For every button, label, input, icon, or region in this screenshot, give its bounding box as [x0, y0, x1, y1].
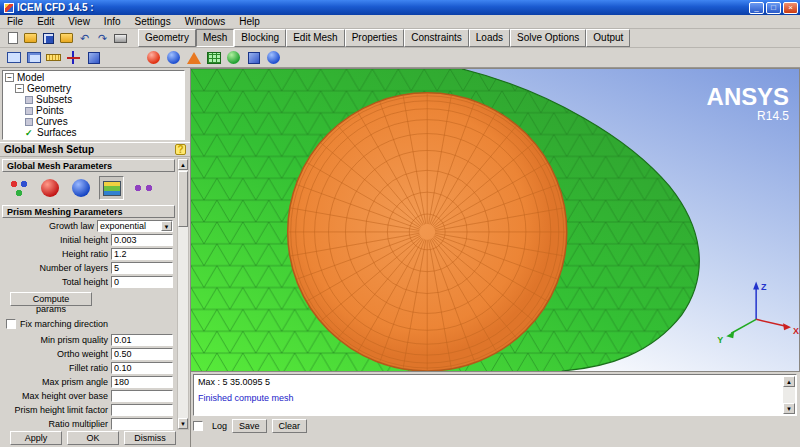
prism-meshing-params-icon[interactable] — [99, 176, 124, 200]
tab-loads[interactable]: Loads — [469, 29, 510, 47]
ratio-multiplier-input[interactable] — [111, 418, 173, 430]
scroll-thumb[interactable] — [178, 171, 188, 227]
menu-edit[interactable]: Edit — [30, 15, 61, 28]
scroll-down-icon[interactable]: ▼ — [178, 418, 188, 429]
scroll-up-icon[interactable]: ▲ — [178, 159, 188, 170]
dropdown-arrow-icon[interactable]: ▼ — [161, 221, 172, 231]
tab-properties[interactable]: Properties — [345, 29, 405, 47]
tree-item-model[interactable]: Model — [17, 72, 44, 83]
height-ratio-input[interactable] — [111, 248, 173, 260]
tab-mesh[interactable]: Mesh — [196, 29, 234, 47]
apply-button[interactable]: Apply — [10, 431, 62, 445]
dismiss-button[interactable]: Dismiss — [124, 431, 176, 445]
tree-item-geometry[interactable]: Geometry — [27, 83, 71, 94]
menu-windows[interactable]: Windows — [178, 15, 233, 28]
help-icon[interactable]: ? — [175, 144, 186, 155]
console-line-status: Finished compute mesh — [198, 393, 780, 403]
local-coords-icon[interactable] — [64, 49, 83, 67]
tab-edit-mesh[interactable]: Edit Mesh — [286, 29, 344, 47]
fit-view-icon[interactable] — [4, 49, 23, 67]
periodicity-icon[interactable] — [130, 176, 155, 200]
max-prism-angle-input[interactable] — [111, 376, 173, 388]
shell-meshing-params-icon[interactable] — [37, 176, 62, 200]
fix-marching-checkbox[interactable] — [6, 319, 16, 329]
tab-geometry[interactable]: Geometry — [138, 29, 196, 47]
fillet-ratio-label: Fillet ratio — [0, 363, 108, 373]
log-checkbox[interactable] — [193, 421, 203, 431]
menu-view[interactable]: View — [61, 15, 97, 28]
tab-constraints[interactable]: Constraints — [404, 29, 469, 47]
blocking-display-icon[interactable] — [244, 49, 263, 67]
tree-item-curves[interactable]: Curves — [36, 116, 68, 127]
compute-params-button[interactable]: Compute params — [10, 292, 92, 306]
console-controls: Log Save Clear — [193, 419, 307, 433]
title-bar: ICEM CFD 14.5 : _ □ × — [0, 0, 800, 15]
surface-display-icon[interactable] — [184, 49, 203, 67]
viewport-canvas[interactable]: ANSYS R14.5 Z X Y — [190, 68, 800, 372]
clear-button[interactable]: Clear — [272, 419, 308, 433]
surfaces-check-icon[interactable]: ✓ — [25, 128, 35, 138]
open-project-icon[interactable] — [22, 30, 39, 46]
tab-output[interactable]: Output — [586, 29, 630, 47]
window-title: ICEM CFD 14.5 : — [17, 2, 747, 13]
save-project-icon[interactable] — [40, 30, 57, 46]
tab-blocking[interactable]: Blocking — [234, 29, 286, 47]
fillet-ratio-input[interactable] — [111, 362, 173, 374]
menu-file[interactable]: File — [0, 15, 30, 28]
min-prism-quality-input[interactable] — [111, 334, 173, 346]
function-tab-bar: ↶ ↷ Geometry Mesh Blocking Edit Mesh Pro… — [0, 29, 800, 48]
measure-icon[interactable] — [44, 49, 63, 67]
console-scroll-up-icon[interactable]: ▲ — [783, 376, 795, 387]
volume-meshing-params-icon[interactable] — [68, 176, 93, 200]
curve-display-icon[interactable] — [164, 49, 183, 67]
tree-item-points[interactable]: Points — [36, 105, 64, 116]
prism-meshing-params-header[interactable]: Prism Meshing Parameters — [2, 205, 175, 218]
redo-icon[interactable]: ↷ — [94, 30, 111, 46]
prism-height-limit-factor-label: Prism height limit factor — [0, 405, 108, 415]
new-project-icon[interactable] — [4, 30, 21, 46]
global-mesh-size-icon[interactable] — [6, 176, 31, 200]
menu-settings[interactable]: Settings — [128, 15, 178, 28]
number-of-layers-input[interactable] — [111, 262, 173, 274]
points-icon[interactable] — [25, 107, 33, 115]
menu-help[interactable]: Help — [232, 15, 267, 28]
console-scroll-down-icon[interactable]: ▼ — [783, 403, 795, 414]
tab-solve-options[interactable]: Solve Options — [510, 29, 586, 47]
message-console[interactable]: Max : 5 35.0095 5 Finished compute mesh … — [193, 374, 797, 416]
minimize-button[interactable]: _ — [749, 2, 764, 14]
total-height-input[interactable] — [111, 276, 173, 288]
prism-height-limit-factor-input[interactable] — [111, 404, 173, 416]
ortho-weight-input[interactable] — [111, 348, 173, 360]
total-height-label: Total height — [0, 277, 108, 287]
expand-geometry-icon[interactable]: − — [15, 84, 24, 93]
ok-button[interactable]: OK — [67, 431, 119, 445]
max-height-over-base-label: Max height over base — [0, 391, 108, 401]
growth-law-select[interactable]: exponential ▼ — [97, 220, 173, 232]
tree-item-subsets[interactable]: Subsets — [36, 94, 72, 105]
subsets-icon[interactable] — [25, 96, 33, 104]
point-display-icon[interactable] — [144, 49, 163, 67]
console-scrollbar[interactable]: ▲ ▼ — [783, 376, 795, 414]
mesh-display-icon[interactable] — [204, 49, 223, 67]
log-label: Log — [212, 421, 227, 431]
menu-info[interactable]: Info — [97, 15, 128, 28]
body-display-icon[interactable] — [224, 49, 243, 67]
save-button[interactable]: Save — [232, 419, 267, 433]
zoom-window-icon[interactable] — [24, 49, 43, 67]
close-button[interactable]: × — [783, 2, 798, 14]
ratio-multiplier-label: Ratio multiplier — [0, 419, 108, 429]
global-mesh-params-header[interactable]: Global Mesh Parameters — [2, 159, 175, 172]
expand-model-icon[interactable]: − — [5, 73, 14, 82]
open-geometry-icon[interactable] — [58, 30, 75, 46]
print-icon[interactable] — [112, 30, 129, 46]
solid-view-icon[interactable] — [84, 49, 103, 67]
tree-item-surfaces[interactable]: Surfaces — [37, 127, 76, 138]
quality-display-icon[interactable] — [264, 49, 283, 67]
panel-scrollbar[interactable]: ▲ ▼ — [177, 158, 189, 430]
max-height-over-base-input[interactable] — [111, 390, 173, 402]
initial-height-input[interactable] — [111, 234, 173, 246]
maximize-button[interactable]: □ — [766, 2, 781, 14]
dez-title-label: Global Mesh Setup — [4, 144, 94, 155]
curves-icon[interactable] — [25, 118, 33, 126]
undo-icon[interactable]: ↶ — [76, 30, 93, 46]
